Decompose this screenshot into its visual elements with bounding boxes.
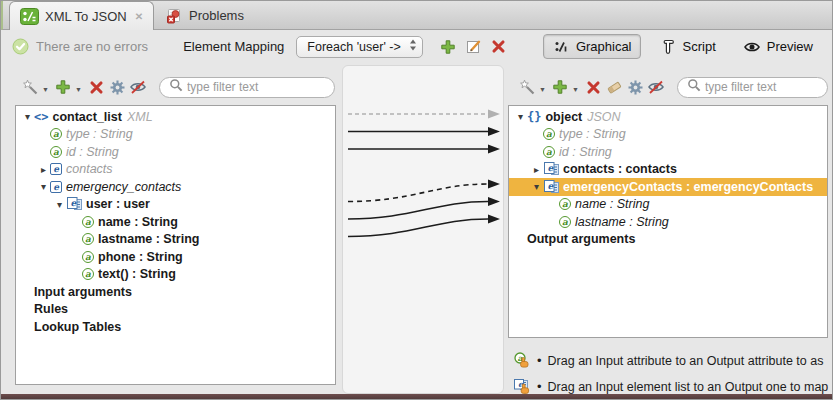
output-panel-toolbar: ▼▼ [506,65,832,101]
expander-icon[interactable]: ▸ [530,164,543,175]
hint-attribute-drag: a • Drag an Input attribute to an Output… [512,351,832,370]
mapping-arrowhead [488,197,500,206]
tree-node-name-string[interactable]: aname : String [16,213,335,231]
attribute-icon: a [50,146,62,158]
schema-type-suffix: JSON [587,110,620,124]
tree-node-output-arguments[interactable]: Output arguments [509,231,827,249]
tree-node-input-arguments[interactable]: Input arguments [16,283,335,301]
element-mapping-select-value: Foreach 'user' -> [307,40,400,54]
attribute-icon: a [50,128,62,140]
input-filter-field[interactable] [187,80,325,94]
tree-node-label: Input arguments [34,285,132,299]
tree-node-emergency-contacts[interactable]: ▾eemergency_contacts [16,178,335,196]
graphical-button[interactable]: Graphical [543,34,641,59]
mapping-arrowhead [488,180,500,189]
tree-node-lastname-string[interactable]: alastname : String [509,213,827,231]
tree-node-id-string[interactable]: aid : String [16,143,335,161]
tree-node-label: lastname : String [98,232,199,246]
tab-xml-to-json[interactable]: XML To JSON ✕ [9,1,154,30]
add-icon[interactable] [551,78,570,97]
tree-node-contacts[interactable]: ▸econtacts [16,161,335,179]
output-panel: ▼▼ ▾{}objectJSONatype : Stringaid : Stri… [506,65,832,393]
tree-node-label: user : user [86,197,150,211]
tree-node-type-string[interactable]: atype : String [509,126,827,144]
output-filter-field[interactable] [705,80,818,94]
delete-icon[interactable] [87,78,106,97]
tree-node-label: contacts [66,162,113,176]
delete-icon[interactable] [584,78,603,97]
tab-label: Problems [189,8,244,23]
dropdown-caret-icon[interactable]: ▼ [572,86,579,93]
tree-node-label: id : String [559,145,612,159]
hide-icon[interactable] [129,78,148,97]
element-mapping-select[interactable]: Foreach 'user' -> [296,36,422,58]
tree-node-label: emergency_contacts [66,180,181,194]
input-panel: ▼▼ ▾<>contact_listXMLatype : Stringaid :… [9,65,339,393]
add-icon[interactable] [54,78,73,97]
xml-root-icon: <> [34,110,48,124]
tree-node-lastname-string[interactable]: alastname : String [16,231,335,249]
tree-node-label: type : String [559,127,626,141]
attribute-icon: a [559,198,571,210]
tree-node-lookup-tables[interactable]: Lookup Tables [16,318,335,336]
delete-mapping-button[interactable] [489,37,508,56]
mapping-line-user-to-emergencyContacts[interactable] [348,184,488,202]
script-button[interactable]: Script [650,34,725,59]
input-filter[interactable] [159,77,335,98]
expander-icon[interactable]: ▾ [21,111,34,122]
mapping-arrowhead [488,145,500,154]
expander-icon[interactable]: ▾ [53,199,66,210]
preview-button[interactable]: Preview [734,34,822,59]
expander-icon[interactable]: ▸ [37,164,50,175]
tab-problems[interactable]: Problems [154,1,254,29]
dropdown-caret-icon[interactable]: ▼ [75,86,82,93]
expander-icon[interactable]: ▾ [37,181,50,192]
attribute-icon: a [543,128,555,140]
attribute-icon: a [543,146,555,158]
mapping-line-name-to-name[interactable] [348,202,488,220]
tree-node-contact-list[interactable]: ▾<>contact_listXML [16,108,335,126]
attribute-drag-icon: a [512,351,531,370]
gear-icon[interactable] [108,78,127,97]
attribute-icon: a [82,216,94,228]
tree-node-emergencycontacts-emergencycontacts[interactable]: ▾eemergencyContacts : emergencyContacts [509,178,827,196]
mapping-line-lastname-to-lastname[interactable] [348,219,488,237]
output-tree: ▾{}objectJSONatype : Stringaid : String▸… [508,105,828,338]
tree-node-text-string[interactable]: atext() : String [16,266,335,284]
mapping-arrowhead [488,110,500,119]
tree-node-type-string[interactable]: atype : String [16,126,335,144]
eraser-icon[interactable] [605,78,624,97]
wand-icon[interactable] [21,78,40,97]
output-filter[interactable] [677,77,828,98]
tab-label: XML To JSON [45,9,127,24]
tree-node-name-string[interactable]: aname : String [509,196,827,214]
tree-node-label: lastname : String [575,215,669,229]
attribute-icon: a [559,216,571,228]
schema-type-suffix: XML [127,110,153,124]
tree-node-label: id : String [66,145,119,159]
tree-node-object[interactable]: ▾{}objectJSON [509,108,827,126]
gear-icon[interactable] [626,78,645,97]
expander-icon[interactable]: ▾ [530,181,543,192]
hide-icon[interactable] [647,78,666,97]
tree-node-phone-string[interactable]: aphone : String [16,248,335,266]
mapping-toolbar: There are no errors Element Mapping Fore… [1,30,832,63]
attribute-icon: a [82,233,94,245]
mapping-actions [439,37,508,56]
tree-node-user-user[interactable]: ▾euser : user [16,196,335,214]
close-icon[interactable]: ✕ [135,11,143,22]
input-panel-toolbar: ▼▼ [9,65,339,101]
tree-node-id-string[interactable]: aid : String [509,143,827,161]
tree-node-contacts-contacts[interactable]: ▸econtacts : contacts [509,161,827,179]
wand-icon[interactable] [518,78,537,97]
script-icon [659,37,678,56]
tree-node-rules[interactable]: Rules [16,301,335,319]
expander-icon[interactable]: ▾ [514,111,527,122]
tree-node-label: Lookup Tables [34,320,121,334]
dropdown-caret-icon[interactable]: ▼ [539,86,546,93]
json-root-icon: {} [527,110,541,124]
dropdown-caret-icon[interactable]: ▼ [42,86,49,93]
edit-mapping-button[interactable] [464,37,483,56]
window-bottom-edge [1,394,832,399]
add-mapping-button[interactable] [439,37,458,56]
